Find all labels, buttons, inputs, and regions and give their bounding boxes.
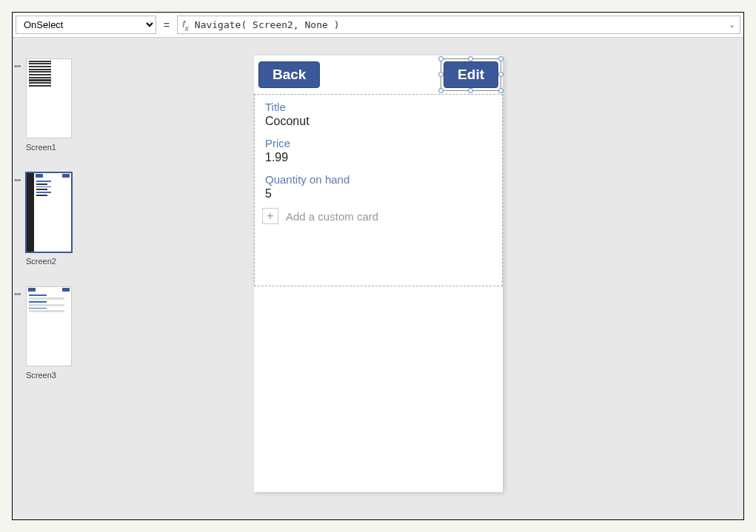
resize-handle[interactable] [438,56,444,61]
formula-input[interactable]: fx Navigate( Screen2, None ) ⌄ [177,16,740,34]
card-value: 5 [265,187,492,201]
resize-handle[interactable] [438,72,444,77]
plus-icon: + [262,208,278,224]
card-value: 1.99 [265,151,492,164]
display-form[interactable]: Title Coconut Price 1.99 Quantity on han… [254,94,503,286]
resize-handle[interactable] [468,88,473,93]
thumbnail-preview[interactable] [26,172,72,252]
more-icon[interactable]: ••• [14,175,21,184]
more-icon[interactable]: ••• [14,289,21,298]
thumbnail-label: Screen3 [26,371,81,380]
main-area: ••• Screen1 ••• [13,38,743,519]
thumbnail-screen2[interactable]: ••• Screen2 [17,172,81,266]
thumbnail-screen1[interactable]: ••• Screen1 [17,58,81,152]
formula-text[interactable]: Navigate( Screen2, None ) [195,19,729,30]
edit-button[interactable]: Edit [444,61,498,88]
card-value: Coconut [265,115,492,128]
card-title[interactable]: Title Coconut [255,95,502,131]
card-quantity[interactable]: Quantity on hand 5 [255,167,502,203]
more-icon[interactable]: ••• [14,61,21,70]
resize-handle[interactable] [498,56,504,61]
card-label: Quantity on hand [265,173,492,186]
property-selector[interactable]: OnSelect [16,16,156,34]
resize-handle[interactable] [498,72,504,77]
resize-handle[interactable] [468,56,473,61]
canvas[interactable]: Back Edit [87,38,743,519]
card-price[interactable]: Price 1.99 [255,131,502,167]
thumbnail-preview[interactable] [26,286,72,366]
thumbnail-screen3[interactable]: ••• Screen3 [17,286,81,380]
formula-bar: OnSelect = fx Navigate( Screen2, None ) … [13,13,743,38]
equals-label: = [161,16,173,34]
app-frame: OnSelect = fx Navigate( Screen2, None ) … [12,12,744,520]
chevron-down-icon[interactable]: ⌄ [729,20,735,30]
resize-handle[interactable] [498,88,504,93]
thumbnail-label: Screen2 [26,257,81,266]
card-label: Price [265,137,492,149]
add-card-label: Add a custom card [286,210,378,223]
card-label: Title [265,101,492,113]
fx-icon: fx [182,18,189,32]
edit-button-label: Edit [458,67,484,82]
phone-screen: Back Edit [254,55,503,492]
resize-handle[interactable] [438,88,444,93]
screen-thumbnails: ••• Screen1 ••• [13,38,87,519]
add-custom-card[interactable]: + Add a custom card [255,203,502,229]
back-button[interactable]: Back [258,61,320,88]
thumbnail-label: Screen1 [26,143,81,152]
thumbnail-preview[interactable] [26,58,72,138]
screen-header: Back Edit [254,55,503,94]
